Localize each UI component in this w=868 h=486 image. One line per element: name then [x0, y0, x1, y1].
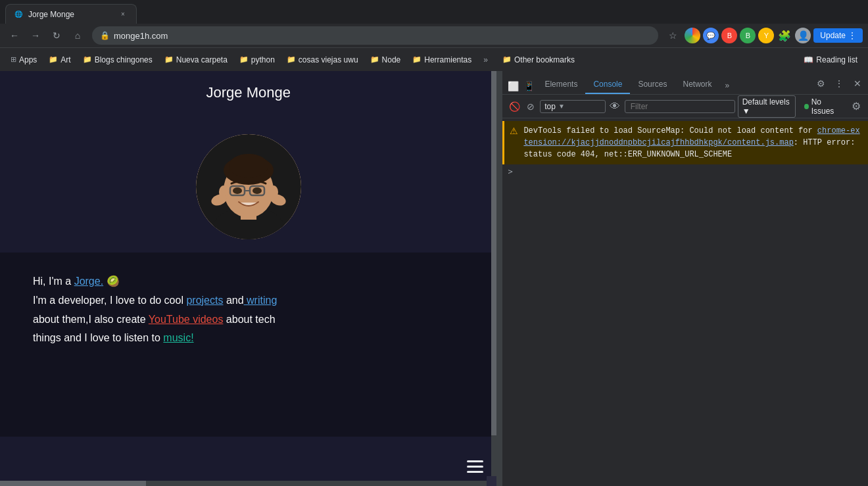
hamburger-menu[interactable] [467, 460, 483, 473]
tab-sources[interactable]: Sources [630, 76, 675, 94]
update-menu-icon: ⋮ [848, 31, 856, 40]
star-button[interactable]: ☆ [663, 26, 682, 45]
tab-bar: 🌐 Jorge Monge × [0, 0, 868, 24]
reading-list-button[interactable]: 📖 Reading list [798, 53, 863, 67]
browser-actions: ☆ 💬 B B Y 🧩 👤 Update ⋮ [663, 26, 863, 45]
bookmark-node[interactable]: 📁 Node [365, 53, 406, 67]
avatar-icon[interactable]: 👤 [795, 28, 811, 43]
hamburger-line-1 [467, 460, 483, 462]
ext-chat-icon[interactable]: 💬 [703, 28, 719, 43]
tab-console[interactable]: Console [585, 76, 630, 94]
console-prompt-area: > [502, 164, 868, 179]
svg-point-6 [229, 154, 268, 178]
jorge-link[interactable]: Jorge. [74, 276, 103, 287]
devtools-panel: ⬜ 📱 Elements Console Sources Network » ⚙… [502, 71, 868, 486]
warning-message-before: DevTools failed to load SourceMap: Could… [523, 126, 817, 135]
folder-icon-5: 📁 [287, 55, 296, 64]
eye-button[interactable]: 👁 [608, 99, 621, 114]
youtube-link[interactable]: YouTube videos [149, 314, 224, 325]
lock-icon: 🔒 [100, 31, 110, 40]
ext-user2-icon[interactable]: B [740, 28, 756, 43]
bookmark-blogs-label: Blogs chingones [95, 55, 153, 64]
bookmark-python[interactable]: 📁 python [234, 53, 280, 67]
context-selector[interactable]: top ▼ [540, 100, 606, 113]
bookmark-apps[interactable]: ⊞ Apps [5, 53, 42, 67]
bookmark-art-label: Art [60, 55, 70, 64]
projects-link[interactable]: projects [186, 295, 223, 306]
no-issues-indicator [804, 104, 809, 109]
other-bookmarks-label: Other bookmarks [514, 55, 575, 64]
bookmark-apps-label: Apps [19, 55, 37, 64]
bookmarks-more-button[interactable]: » [478, 53, 493, 67]
website-content: Hi, I'm a Jorge. 🥝 I'm a developer, I lo… [0, 253, 496, 437]
bookmark-cosas[interactable]: 📁 cosas viejas uwu [281, 53, 364, 67]
default-levels-selector[interactable]: Default levels ▼ [738, 95, 796, 118]
default-levels-label: Default levels ▼ [742, 97, 791, 116]
devtools-resize-handle[interactable] [496, 71, 502, 486]
no-issues-text: No Issues [811, 97, 841, 116]
bookmark-art[interactable]: 📁 Art [43, 53, 76, 67]
console-output: ⚠ DevTools failed to load SourceMap: Cou… [502, 118, 868, 486]
folder-icon-7: 📁 [412, 55, 422, 64]
console-input[interactable] [518, 167, 863, 176]
back-button[interactable]: ← [5, 26, 24, 45]
bookmark-herramientas[interactable]: 📁 Herramientas [407, 53, 477, 67]
devtools-panel-controls: ⚙ ⋮ ✕ [813, 76, 865, 94]
devtools-close-button[interactable]: ✕ [850, 76, 865, 91]
address-text: monge1h.com [114, 31, 650, 41]
intro-emoji: 🥝 [103, 276, 119, 287]
intro-line4: about tech [223, 314, 275, 325]
devtools-more-tabs[interactable]: » [719, 77, 735, 94]
music-link[interactable]: music! [163, 332, 193, 343]
ext-puzzle-icon[interactable]: 🧩 [777, 28, 792, 43]
vertical-scrollbar[interactable] [491, 71, 496, 476]
active-tab[interactable]: 🌐 Jorge Monge × [5, 4, 137, 24]
intro-line2: I'm a developer, I love to do cool [33, 295, 186, 306]
bookmark-nueva[interactable]: 📁 Nueva carpeta [159, 53, 233, 67]
bookmark-blogs[interactable]: 📁 Blogs chingones [78, 53, 158, 67]
update-label: Update [820, 31, 846, 40]
folder-icon-8: 📁 [502, 55, 512, 64]
tab-network[interactable]: Network [675, 76, 719, 94]
console-filter-toggle[interactable]: ⊘ [524, 99, 537, 114]
console-clear-button[interactable]: 🚫 [508, 99, 521, 114]
ext-colorful-icon[interactable] [685, 28, 700, 43]
horizontal-scrollbar[interactable] [0, 481, 487, 486]
tab-elements[interactable]: Elements [537, 76, 585, 94]
main-area: Jorge Monge [0, 71, 868, 486]
context-dropdown-arrow: ▼ [558, 103, 565, 110]
update-button[interactable]: Update ⋮ [813, 28, 863, 43]
ext-user3-icon[interactable]: Y [758, 28, 774, 43]
profile-section [0, 114, 496, 253]
scrollbar-corner [487, 476, 496, 486]
home-button[interactable]: ⌂ [68, 26, 87, 45]
bookmark-node-label: Node [382, 55, 401, 64]
warning-text: DevTools failed to load SourceMap: Could… [523, 125, 863, 160]
horizontal-scrollbar-thumb[interactable] [0, 481, 146, 486]
vertical-scrollbar-thumb[interactable] [491, 71, 496, 435]
devtools-more-button[interactable]: ⋮ [831, 76, 847, 91]
bookmark-herramientas-label: Herramientas [424, 55, 471, 64]
devtools-settings-button[interactable]: ⚙ [813, 76, 829, 91]
warning-icon: ⚠ [510, 126, 518, 136]
bookmark-nueva-label: Nueva carpeta [176, 55, 228, 64]
refresh-button[interactable]: ↻ [47, 26, 66, 45]
svg-point-11 [253, 187, 262, 194]
no-issues-badge[interactable]: No Issues [798, 95, 847, 118]
devtools-inspect-button[interactable]: ⬜ [505, 78, 521, 94]
console-warning-item: ⚠ DevTools failed to load SourceMap: Cou… [502, 121, 868, 164]
console-filter-input[interactable] [625, 100, 735, 113]
tab-close-button[interactable]: × [118, 9, 128, 20]
other-bookmarks[interactable]: 📁 Other bookmarks [497, 53, 580, 67]
devtools-device-button[interactable]: 📱 [521, 78, 537, 94]
ext-user1-icon[interactable]: B [721, 28, 737, 43]
console-settings-button[interactable]: ⚙ [850, 99, 863, 114]
writing-link[interactable]: writing [244, 295, 277, 306]
forward-button[interactable]: → [26, 26, 45, 45]
bookmarks-bar: ⊞ Apps 📁 Art 📁 Blogs chingones 📁 Nueva c… [0, 47, 868, 71]
tab-favicon: 🌐 [14, 10, 23, 19]
reading-list-icon: 📖 [804, 55, 813, 64]
console-toolbar: 🚫 ⊘ top ▼ 👁 Default levels ▼ No Issues ⚙ [502, 95, 868, 118]
address-bar[interactable]: 🔒 monge1h.com [92, 26, 658, 45]
apps-grid-icon: ⊞ [11, 55, 16, 64]
